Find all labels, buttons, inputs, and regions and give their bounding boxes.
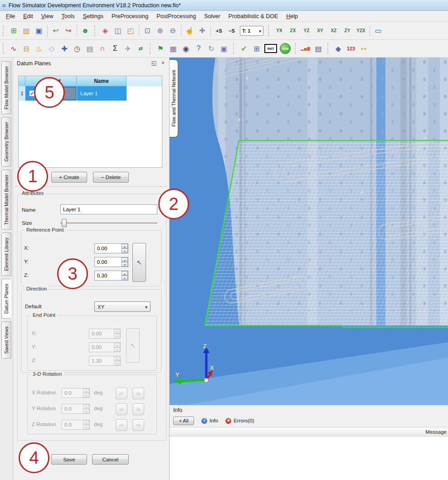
sidebar-item-flow-model-browser[interactable]: Flow Model Browser [1,61,11,114]
ref-z-spinner[interactable] [94,271,128,281]
renumber-icon[interactable]: 123 [345,43,357,54]
view-yx-icon[interactable]: YX [273,25,286,37]
direction-default-dropdown[interactable]: XY [94,301,151,312]
viewport-3d[interactable]: ++ ++ Z Y X [170,58,448,405]
menu-solver[interactable]: Solver [200,12,224,21]
report-icon[interactable]: ▤ [312,43,324,54]
spin-down-icon[interactable] [122,262,128,267]
view-zy-icon[interactable]: ZY [341,25,354,37]
toolbar-drag-handle[interactable] [150,43,152,54]
remove-solver-icon[interactable]: −S [226,25,238,37]
zoom-out-icon[interactable]: ⊖ [167,25,179,37]
spin-up-icon[interactable] [122,244,128,248]
menu-file[interactable]: File [2,12,19,21]
size-slider[interactable] [60,219,157,227]
undo-icon[interactable]: ↩ [50,25,62,37]
contour-plot-icon[interactable]: ⚑ [155,43,166,54]
save-results-icon[interactable]: ▣ [218,43,230,54]
pan-icon[interactable]: ☝ [184,25,195,37]
slider-thumb[interactable] [62,219,67,227]
view-xy-icon[interactable]: XY [314,25,326,37]
name-field[interactable] [60,204,157,214]
toolbar-drag-handle[interactable] [327,43,330,54]
aircraft-icon[interactable]: ✈ [122,43,134,54]
probabilistic-chart-icon[interactable]: ▂▅▇ [300,43,312,54]
transient-monitor-icon[interactable]: ◷ [71,43,83,54]
t-selector-dropdown[interactable]: T: 1 [240,26,263,36]
menu-preprocessing[interactable]: PreProcessing [107,12,152,21]
datum-plane[interactable] [201,141,448,328]
errors-filter-label[interactable]: Errors(0) [234,418,254,423]
sidebar-item-geometry-browser[interactable]: Geometry Browser [1,117,11,167]
view-zx-icon[interactable]: ZX [287,25,299,37]
ref-x-spinner[interactable] [94,243,128,253]
column-header-name[interactable]: Name [77,76,127,86]
create-element-icon[interactable]: ∿ [8,43,19,54]
time-step-icon[interactable]: ▤ [84,43,96,54]
tab-flow-and-thermal-network[interactable]: Flow and Thermal Network [170,59,178,137]
summary-icon[interactable]: Σ [109,43,121,54]
toolbar-drag-handle[interactable] [94,25,97,36]
rotate-free-icon[interactable]: ✚ [196,25,208,37]
calculator-icon[interactable]: ⊞ [251,43,263,54]
toolbar-drag-handle[interactable] [268,25,271,36]
viewport-canvas[interactable]: ++ ++ Z Y X [170,58,448,405]
spline-icon[interactable]: ∩ [97,43,108,54]
user-profile-icon[interactable]: ☻ [79,25,91,37]
message-list[interactable] [170,436,448,480]
add-chamber-icon[interactable]: ✚ [58,43,70,54]
menu-postprocessing[interactable]: PostProcessing [152,12,200,21]
sidebar-item-saved-views[interactable]: Saved Views [1,321,11,359]
float-panel-icon[interactable]: ◱ [151,60,156,66]
all-filter-button[interactable]: + All [173,417,194,425]
new-model-icon[interactable]: ⊞ [8,25,19,37]
sidebar-item-datum-planes[interactable]: Datum Planes [1,279,11,319]
model-tree-icon[interactable]: ⊟ [20,43,32,54]
link-elements-icon[interactable]: ◆ [332,43,344,54]
fit-model-icon[interactable]: ◫ [112,25,124,37]
save-model-icon[interactable]: ▣ [33,25,45,37]
delete-button[interactable]: − Delete [93,172,129,183]
zoom-in-icon[interactable]: ⊕ [154,25,166,37]
spin-up-icon[interactable] [122,271,128,276]
info-filter-label[interactable]: Info [209,418,218,423]
menu-edit[interactable]: Edit [19,12,37,21]
toolbar-drag-handle[interactable] [295,43,297,54]
toolbar-drag-handle[interactable] [233,43,236,54]
menu-tools[interactable]: Tools [58,12,79,21]
spin-up-icon[interactable] [122,257,128,262]
menu-probabilistic-doe[interactable]: Probabilistic & DOE [224,12,282,21]
check-model-icon[interactable]: ✔ [238,43,250,54]
display-settings-icon[interactable]: ▭ [372,25,384,37]
cancel-button[interactable]: Cancel [92,454,129,465]
menu-view[interactable]: View [37,12,58,21]
fit-network-icon[interactable]: ◈ [99,25,111,37]
init-button[interactable]: INIT [264,44,277,53]
redo-icon[interactable]: ↪ [63,25,74,37]
spin-down-icon[interactable] [122,248,128,253]
view-xz-icon[interactable]: XZ [327,25,340,37]
combustor-icon[interactable]: ♨ [33,43,45,54]
save-button[interactable]: Save [51,454,87,465]
pick-reference-point-button[interactable]: ↖ [132,243,146,282]
sidebar-item-element-library[interactable]: Element Library [1,233,11,276]
close-icon[interactable]: × [161,60,165,66]
refresh-results-icon[interactable]: ↻ [205,43,217,54]
global-local-icon[interactable]: ⇄ [135,43,146,54]
sidebar-item-thermal-model-browser[interactable]: Thermal Model Browser [1,170,11,230]
ref-y-spinner[interactable] [94,257,128,267]
reconnect-icon[interactable]: ●● [358,43,370,54]
toolbar-drag-handle[interactable] [3,43,5,54]
open-model-icon[interactable]: ▤ [20,25,32,37]
menu-help[interactable]: Help [282,12,302,21]
table-results-icon[interactable]: ▦ [167,43,179,54]
message-column-header[interactable]: Message [170,427,448,436]
zoom-window-icon[interactable]: ⊡ [141,25,153,37]
create-button[interactable]: + Create [51,172,87,183]
view-results-icon[interactable]: ◉ [180,43,192,54]
spin-down-icon[interactable] [122,276,128,280]
toolbar-drag-handle[interactable] [3,25,5,36]
slider-track[interactable] [60,223,157,223]
view-iso-icon[interactable]: YZX [355,25,367,37]
fit-all-icon[interactable]: ◰ [125,25,136,37]
